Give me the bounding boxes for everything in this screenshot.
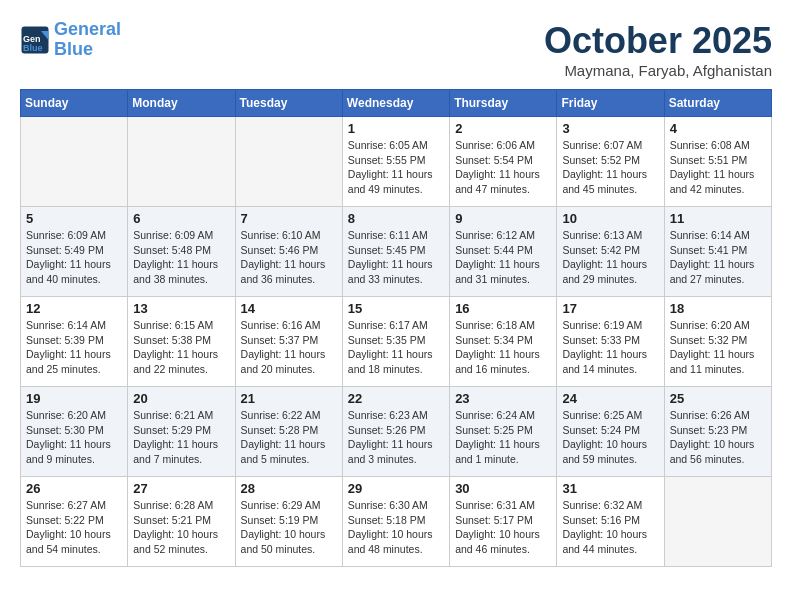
day-number: 22	[348, 391, 444, 406]
day-header-monday: Monday	[128, 90, 235, 117]
day-number: 6	[133, 211, 229, 226]
day-number: 11	[670, 211, 766, 226]
day-info: Sunrise: 6:09 AMSunset: 5:49 PMDaylight:…	[26, 228, 122, 287]
day-header-wednesday: Wednesday	[342, 90, 449, 117]
calendar-day: 14Sunrise: 6:16 AMSunset: 5:37 PMDayligh…	[235, 297, 342, 387]
day-info: Sunrise: 6:22 AMSunset: 5:28 PMDaylight:…	[241, 408, 337, 467]
day-number: 23	[455, 391, 551, 406]
calendar-day: 11Sunrise: 6:14 AMSunset: 5:41 PMDayligh…	[664, 207, 771, 297]
calendar-day: 26Sunrise: 6:27 AMSunset: 5:22 PMDayligh…	[21, 477, 128, 567]
day-number: 8	[348, 211, 444, 226]
day-number: 28	[241, 481, 337, 496]
day-number: 13	[133, 301, 229, 316]
day-info: Sunrise: 6:14 AMSunset: 5:41 PMDaylight:…	[670, 228, 766, 287]
calendar-day: 13Sunrise: 6:15 AMSunset: 5:38 PMDayligh…	[128, 297, 235, 387]
calendar-day: 29Sunrise: 6:30 AMSunset: 5:18 PMDayligh…	[342, 477, 449, 567]
calendar-day: 21Sunrise: 6:22 AMSunset: 5:28 PMDayligh…	[235, 387, 342, 477]
calendar-table: SundayMondayTuesdayWednesdayThursdayFrid…	[20, 89, 772, 567]
calendar-week-2: 5Sunrise: 6:09 AMSunset: 5:49 PMDaylight…	[21, 207, 772, 297]
day-info: Sunrise: 6:15 AMSunset: 5:38 PMDaylight:…	[133, 318, 229, 377]
calendar-day: 16Sunrise: 6:18 AMSunset: 5:34 PMDayligh…	[450, 297, 557, 387]
calendar-day: 22Sunrise: 6:23 AMSunset: 5:26 PMDayligh…	[342, 387, 449, 477]
calendar-day: 31Sunrise: 6:32 AMSunset: 5:16 PMDayligh…	[557, 477, 664, 567]
calendar-day: 20Sunrise: 6:21 AMSunset: 5:29 PMDayligh…	[128, 387, 235, 477]
day-info: Sunrise: 6:10 AMSunset: 5:46 PMDaylight:…	[241, 228, 337, 287]
location: Maymana, Faryab, Afghanistan	[544, 62, 772, 79]
day-info: Sunrise: 6:28 AMSunset: 5:21 PMDaylight:…	[133, 498, 229, 557]
day-number: 3	[562, 121, 658, 136]
day-info: Sunrise: 6:24 AMSunset: 5:25 PMDaylight:…	[455, 408, 551, 467]
day-number: 2	[455, 121, 551, 136]
calendar-day: 10Sunrise: 6:13 AMSunset: 5:42 PMDayligh…	[557, 207, 664, 297]
day-info: Sunrise: 6:16 AMSunset: 5:37 PMDaylight:…	[241, 318, 337, 377]
title-block: October 2025 Maymana, Faryab, Afghanista…	[544, 20, 772, 79]
day-info: Sunrise: 6:20 AMSunset: 5:32 PMDaylight:…	[670, 318, 766, 377]
day-info: Sunrise: 6:07 AMSunset: 5:52 PMDaylight:…	[562, 138, 658, 197]
day-number: 7	[241, 211, 337, 226]
day-info: Sunrise: 6:09 AMSunset: 5:48 PMDaylight:…	[133, 228, 229, 287]
calendar-day	[128, 117, 235, 207]
svg-text:Blue: Blue	[23, 42, 43, 52]
day-number: 20	[133, 391, 229, 406]
calendar-day: 3Sunrise: 6:07 AMSunset: 5:52 PMDaylight…	[557, 117, 664, 207]
day-number: 5	[26, 211, 122, 226]
day-number: 17	[562, 301, 658, 316]
logo: Gen Blue General Blue	[20, 20, 121, 60]
calendar-day: 24Sunrise: 6:25 AMSunset: 5:24 PMDayligh…	[557, 387, 664, 477]
day-info: Sunrise: 6:21 AMSunset: 5:29 PMDaylight:…	[133, 408, 229, 467]
calendar-day: 25Sunrise: 6:26 AMSunset: 5:23 PMDayligh…	[664, 387, 771, 477]
logo-blue: Blue	[54, 39, 93, 59]
day-info: Sunrise: 6:05 AMSunset: 5:55 PMDaylight:…	[348, 138, 444, 197]
calendar-day: 28Sunrise: 6:29 AMSunset: 5:19 PMDayligh…	[235, 477, 342, 567]
calendar-day: 12Sunrise: 6:14 AMSunset: 5:39 PMDayligh…	[21, 297, 128, 387]
day-info: Sunrise: 6:08 AMSunset: 5:51 PMDaylight:…	[670, 138, 766, 197]
day-info: Sunrise: 6:12 AMSunset: 5:44 PMDaylight:…	[455, 228, 551, 287]
day-number: 10	[562, 211, 658, 226]
day-info: Sunrise: 6:20 AMSunset: 5:30 PMDaylight:…	[26, 408, 122, 467]
day-info: Sunrise: 6:11 AMSunset: 5:45 PMDaylight:…	[348, 228, 444, 287]
calendar-header-row: SundayMondayTuesdayWednesdayThursdayFrid…	[21, 90, 772, 117]
calendar-day: 4Sunrise: 6:08 AMSunset: 5:51 PMDaylight…	[664, 117, 771, 207]
logo-icon: Gen Blue	[20, 25, 50, 55]
calendar-day: 7Sunrise: 6:10 AMSunset: 5:46 PMDaylight…	[235, 207, 342, 297]
day-number: 24	[562, 391, 658, 406]
day-number: 31	[562, 481, 658, 496]
day-header-sunday: Sunday	[21, 90, 128, 117]
calendar-day: 1Sunrise: 6:05 AMSunset: 5:55 PMDaylight…	[342, 117, 449, 207]
calendar-week-5: 26Sunrise: 6:27 AMSunset: 5:22 PMDayligh…	[21, 477, 772, 567]
calendar-day: 15Sunrise: 6:17 AMSunset: 5:35 PMDayligh…	[342, 297, 449, 387]
day-number: 21	[241, 391, 337, 406]
day-number: 14	[241, 301, 337, 316]
day-number: 9	[455, 211, 551, 226]
day-header-thursday: Thursday	[450, 90, 557, 117]
day-info: Sunrise: 6:31 AMSunset: 5:17 PMDaylight:…	[455, 498, 551, 557]
calendar-week-1: 1Sunrise: 6:05 AMSunset: 5:55 PMDaylight…	[21, 117, 772, 207]
day-info: Sunrise: 6:14 AMSunset: 5:39 PMDaylight:…	[26, 318, 122, 377]
calendar-day: 9Sunrise: 6:12 AMSunset: 5:44 PMDaylight…	[450, 207, 557, 297]
day-number: 4	[670, 121, 766, 136]
day-info: Sunrise: 6:26 AMSunset: 5:23 PMDaylight:…	[670, 408, 766, 467]
day-number: 12	[26, 301, 122, 316]
day-info: Sunrise: 6:32 AMSunset: 5:16 PMDaylight:…	[562, 498, 658, 557]
calendar-day: 19Sunrise: 6:20 AMSunset: 5:30 PMDayligh…	[21, 387, 128, 477]
month-title: October 2025	[544, 20, 772, 62]
day-info: Sunrise: 6:06 AMSunset: 5:54 PMDaylight:…	[455, 138, 551, 197]
day-number: 1	[348, 121, 444, 136]
calendar-week-3: 12Sunrise: 6:14 AMSunset: 5:39 PMDayligh…	[21, 297, 772, 387]
day-number: 27	[133, 481, 229, 496]
day-number: 16	[455, 301, 551, 316]
logo-general: General	[54, 19, 121, 39]
day-info: Sunrise: 6:29 AMSunset: 5:19 PMDaylight:…	[241, 498, 337, 557]
day-number: 18	[670, 301, 766, 316]
day-info: Sunrise: 6:18 AMSunset: 5:34 PMDaylight:…	[455, 318, 551, 377]
logo-text: General Blue	[54, 20, 121, 60]
calendar-day	[21, 117, 128, 207]
calendar-day	[235, 117, 342, 207]
calendar-day: 5Sunrise: 6:09 AMSunset: 5:49 PMDaylight…	[21, 207, 128, 297]
calendar-day: 8Sunrise: 6:11 AMSunset: 5:45 PMDaylight…	[342, 207, 449, 297]
calendar-day: 17Sunrise: 6:19 AMSunset: 5:33 PMDayligh…	[557, 297, 664, 387]
day-info: Sunrise: 6:19 AMSunset: 5:33 PMDaylight:…	[562, 318, 658, 377]
day-info: Sunrise: 6:23 AMSunset: 5:26 PMDaylight:…	[348, 408, 444, 467]
calendar-day: 23Sunrise: 6:24 AMSunset: 5:25 PMDayligh…	[450, 387, 557, 477]
day-header-tuesday: Tuesday	[235, 90, 342, 117]
